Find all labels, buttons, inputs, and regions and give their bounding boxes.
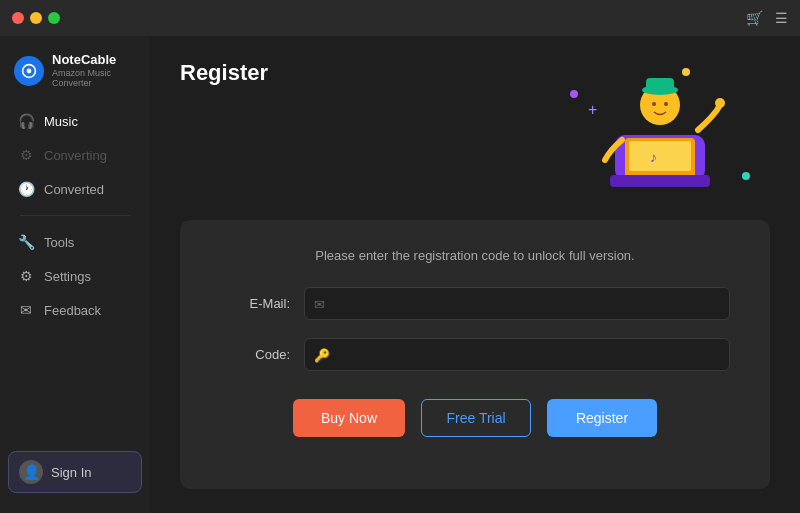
sidebar-item-settings[interactable]: ⚙ Settings bbox=[8, 260, 142, 292]
music-icon: 🎧 bbox=[18, 113, 34, 129]
svg-point-11 bbox=[715, 98, 725, 108]
svg-rect-12 bbox=[610, 175, 710, 187]
sidebar-logo: NoteCable Amazon Music Converter bbox=[0, 48, 150, 105]
app-subtitle: Amazon Music Converter bbox=[52, 68, 136, 90]
sidebar-label-converting: Converting bbox=[44, 148, 107, 163]
free-trial-button[interactable]: Free Trial bbox=[421, 399, 531, 437]
sidebar-label-converted: Converted bbox=[44, 182, 104, 197]
register-button[interactable]: Register bbox=[547, 399, 657, 437]
window-controls bbox=[12, 12, 60, 24]
dot-teal bbox=[742, 172, 750, 180]
sidebar-label-settings: Settings bbox=[44, 269, 91, 284]
feedback-icon: ✉ bbox=[18, 302, 34, 318]
sidebar-item-music[interactable]: 🎧 Music bbox=[8, 105, 142, 137]
logo-svg bbox=[21, 63, 37, 79]
svg-rect-4 bbox=[629, 141, 691, 171]
email-label: E-Mail: bbox=[220, 296, 290, 311]
svg-point-1 bbox=[27, 68, 32, 73]
svg-point-10 bbox=[664, 102, 668, 106]
email-input[interactable] bbox=[304, 287, 730, 320]
illustration-svg: ♪ + bbox=[550, 60, 770, 200]
main-content: Register ♪ bbox=[150, 36, 800, 513]
svg-text:♪: ♪ bbox=[650, 149, 657, 165]
sidebar: NoteCable Amazon Music Converter 🎧 Music… bbox=[0, 36, 150, 513]
titlebar-icons: 🛒 ☰ bbox=[746, 10, 788, 26]
sidebar-item-converting: ⚙ Converting bbox=[8, 139, 142, 171]
converted-icon: 🕐 bbox=[18, 181, 34, 197]
app-logo-icon bbox=[14, 56, 44, 86]
code-label: Code: bbox=[220, 347, 290, 362]
register-header: Register ♪ bbox=[180, 60, 770, 200]
sidebar-label-tools: Tools bbox=[44, 235, 74, 250]
sidebar-divider bbox=[20, 215, 130, 216]
card-actions: Buy Now Free Trial Register bbox=[220, 399, 730, 437]
email-form-group: E-Mail: ✉ bbox=[220, 287, 730, 320]
sidebar-label-feedback: Feedback bbox=[44, 303, 101, 318]
avatar-icon: 👤 bbox=[19, 460, 43, 484]
app-name: NoteCable bbox=[52, 52, 136, 68]
converting-icon: ⚙ bbox=[18, 147, 34, 163]
code-form-group: Code: 🔑 bbox=[220, 338, 730, 371]
code-input[interactable] bbox=[304, 338, 730, 371]
sign-in-label: Sign In bbox=[51, 465, 91, 480]
cart-icon[interactable]: 🛒 bbox=[746, 10, 763, 26]
app-body: NoteCable Amazon Music Converter 🎧 Music… bbox=[0, 36, 800, 513]
register-card: Please enter the registration code to un… bbox=[180, 220, 770, 489]
email-input-wrap: ✉ bbox=[304, 287, 730, 320]
logo-text: NoteCable Amazon Music Converter bbox=[52, 52, 136, 89]
maximize-button[interactable] bbox=[48, 12, 60, 24]
svg-point-9 bbox=[652, 102, 656, 106]
sidebar-label-music: Music bbox=[44, 114, 78, 129]
sidebar-nav: 🎧 Music ⚙ Converting 🕐 Converted 🔧 Tools… bbox=[0, 105, 150, 443]
menu-icon[interactable]: ☰ bbox=[775, 10, 788, 26]
key-icon: 🔑 bbox=[314, 347, 330, 362]
svg-text:+: + bbox=[588, 101, 597, 118]
settings-icon: ⚙ bbox=[18, 268, 34, 284]
sidebar-item-converted[interactable]: 🕐 Converted bbox=[8, 173, 142, 205]
email-icon: ✉ bbox=[314, 296, 325, 311]
register-title: Register bbox=[180, 60, 268, 86]
dot-purple bbox=[570, 90, 578, 98]
sidebar-bottom: 👤 Sign In bbox=[0, 443, 150, 501]
title-bar: 🛒 ☰ bbox=[0, 0, 800, 36]
svg-rect-8 bbox=[646, 78, 674, 92]
sidebar-item-feedback[interactable]: ✉ Feedback bbox=[8, 294, 142, 326]
close-button[interactable] bbox=[12, 12, 24, 24]
card-description: Please enter the registration code to un… bbox=[220, 248, 730, 263]
sidebar-item-tools[interactable]: 🔧 Tools bbox=[8, 226, 142, 258]
buy-now-button[interactable]: Buy Now bbox=[293, 399, 405, 437]
dot-yellow bbox=[682, 68, 690, 76]
minimize-button[interactable] bbox=[30, 12, 42, 24]
tools-icon: 🔧 bbox=[18, 234, 34, 250]
code-input-wrap: 🔑 bbox=[304, 338, 730, 371]
sign-in-button[interactable]: 👤 Sign In bbox=[8, 451, 142, 493]
illustration: ♪ + bbox=[550, 60, 770, 200]
